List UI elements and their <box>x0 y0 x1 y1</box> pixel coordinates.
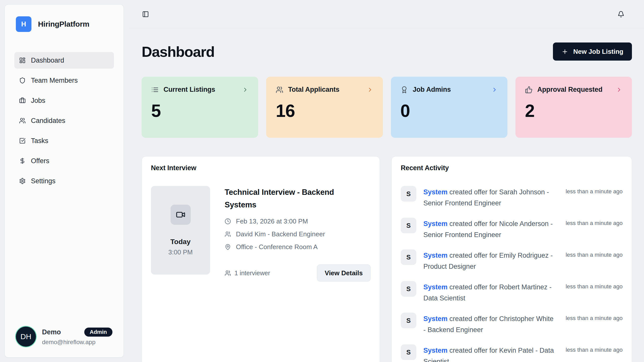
activity-text: System created offer for Emily Rodriguez… <box>423 249 554 272</box>
stat-icon <box>400 86 408 94</box>
stat-card[interactable]: Total Applicants 16 <box>266 77 383 138</box>
activity-actor: System <box>423 220 448 228</box>
recent-activity-panel: Recent Activity S System created offer f… <box>391 156 632 362</box>
stat-label: Job Admins <box>413 86 451 94</box>
page-title: Dashboard <box>142 43 214 60</box>
new-job-listing-button[interactable]: New Job Listing <box>553 42 632 61</box>
brand: H HiringPlatform <box>14 5 114 32</box>
activity-text: System created offer for Robert Martinez… <box>423 281 554 304</box>
detail-text: David Kim - Backend Engineer <box>236 230 325 238</box>
interview-detail-row: David Kim - Backend Engineer <box>225 230 371 238</box>
chevron-right-icon <box>367 86 373 93</box>
sidebar-user[interactable]: DH Demo Admin demo@hireflow.app <box>14 321 114 357</box>
sidebar-item[interactable]: Team Members <box>14 72 114 89</box>
stats-row: Current Listings 5 Total Applicants 16 J… <box>142 77 632 138</box>
activity-timestamp: less than a minute ago <box>566 249 623 258</box>
activity-timestamp: less than a minute ago <box>566 344 623 353</box>
main-area: Dashboard New Job Listing Current Listin… <box>129 0 644 362</box>
notifications-button[interactable] <box>616 9 626 19</box>
stat-value: 2 <box>525 102 622 120</box>
activity-actor: System <box>423 315 448 323</box>
interviewer-count: 1 interviewer <box>225 269 270 277</box>
stat-card-header: Total Applicants <box>276 86 373 94</box>
sidebar-item[interactable]: Tasks <box>14 132 114 149</box>
user-info: Demo Admin demo@hireflow.app <box>42 328 112 346</box>
users-icon <box>225 270 231 276</box>
page-head: Dashboard New Job Listing <box>142 42 632 61</box>
stat-icon <box>276 86 283 94</box>
sidebar-toggle-button[interactable] <box>140 9 150 19</box>
activity-actor: System <box>423 252 448 259</box>
activity-avatar: S <box>401 186 416 202</box>
next-interview-panel: Next Interview Today 3:00 PM Technical I… <box>142 156 380 362</box>
activity-avatar: S <box>401 313 416 328</box>
activity-text: System created offer for Kevin Patel - D… <box>423 344 554 362</box>
next-interview-body: Today 3:00 PM Technical Interview - Back… <box>151 186 371 282</box>
detail-icon <box>225 244 231 250</box>
sidebar-item[interactable]: Candidates <box>14 112 114 129</box>
new-job-listing-label: New Job Listing <box>573 48 623 56</box>
activity-text: System created offer for Nicole Anderson… <box>423 218 554 240</box>
next-interview-title: Next Interview <box>151 164 371 172</box>
bell-icon <box>618 11 624 18</box>
chevron-right-icon <box>616 86 622 93</box>
activity-item[interactable]: S System created offer for Sarah Johnson… <box>401 186 623 209</box>
activity-avatar: S <box>401 218 416 233</box>
stat-card[interactable]: Current Listings 5 <box>142 77 258 138</box>
interview-detail-row: Office - Conference Room A <box>225 243 371 251</box>
activity-text: System created offer for Sarah Johnson -… <box>423 186 554 209</box>
sidebar-nav: Dashboard Team Members Jobs Candidates T… <box>14 52 114 193</box>
activity-timestamp: less than a minute ago <box>566 281 623 290</box>
activity-actor: System <box>423 188 448 196</box>
view-details-button[interactable]: View Details <box>317 264 371 282</box>
activity-timestamp: less than a minute ago <box>566 186 623 195</box>
interview-date-tile: Today 3:00 PM <box>151 186 210 275</box>
stat-label: Total Applicants <box>288 86 339 94</box>
interview-info: Technical Interview - Backend Systems Fe… <box>225 186 371 282</box>
chevron-right-icon <box>242 86 249 93</box>
activity-item[interactable]: S System created offer for Kevin Patel -… <box>401 344 623 362</box>
activity-item[interactable]: S System created offer for Christopher W… <box>401 313 623 335</box>
activity-actor: System <box>423 283 448 291</box>
activity-avatar: S <box>401 249 416 265</box>
stat-label: Approval Requested <box>537 86 602 94</box>
role-badge: Admin <box>84 328 112 337</box>
sidebar-item-label: Tasks <box>31 137 48 145</box>
interview-day: Today <box>170 238 190 246</box>
activity-avatar: S <box>401 344 416 360</box>
sidebar-item-icon <box>19 158 26 164</box>
activity-item[interactable]: S System created offer for Emily Rodrigu… <box>401 249 623 272</box>
sidebar-item-icon <box>19 97 26 104</box>
recent-activity-title: Recent Activity <box>401 164 623 172</box>
bottom-panels: Next Interview Today 3:00 PM Technical I… <box>142 156 632 362</box>
video-icon <box>176 210 185 219</box>
detail-text: Feb 13, 2026 at 3:00 PM <box>236 217 308 225</box>
activity-item[interactable]: S System created offer for Nicole Anders… <box>401 218 623 240</box>
brand-logo: H <box>16 16 31 32</box>
sidebar: H HiringPlatform Dashboard Team Members … <box>5 5 124 357</box>
detail-icon <box>225 231 231 237</box>
detail-icon <box>225 218 231 224</box>
sidebar-item[interactable]: Dashboard <box>14 52 114 69</box>
sidebar-item-icon <box>19 57 26 64</box>
sidebar-item[interactable]: Settings <box>14 173 114 189</box>
stat-value: 16 <box>276 102 373 120</box>
page-content: Dashboard New Job Listing Current Listin… <box>129 28 644 362</box>
sidebar-item-icon <box>19 117 26 124</box>
brand-name: HiringPlatform <box>38 20 89 28</box>
sidebar-item-label: Jobs <box>31 97 45 105</box>
sidebar-item[interactable]: Jobs <box>14 92 114 109</box>
avatar: DH <box>16 327 36 347</box>
activity-list: S System created offer for Sarah Johnson… <box>401 186 623 362</box>
sidebar-item[interactable]: Offers <box>14 153 114 169</box>
panel-left-icon <box>142 11 149 18</box>
interview-title: Technical Interview - Backend Systems <box>225 186 350 211</box>
interview-details: Feb 13, 2026 at 3:00 PM David Kim - Back… <box>225 217 371 251</box>
user-name: Demo <box>42 328 61 336</box>
stat-card[interactable]: Job Admins 0 <box>391 77 507 138</box>
stat-card[interactable]: Approval Requested 2 <box>515 77 632 138</box>
stat-icon <box>151 86 159 94</box>
sidebar-item-icon <box>19 77 26 84</box>
activity-timestamp: less than a minute ago <box>566 313 623 322</box>
activity-item[interactable]: S System created offer for Robert Martin… <box>401 281 623 304</box>
